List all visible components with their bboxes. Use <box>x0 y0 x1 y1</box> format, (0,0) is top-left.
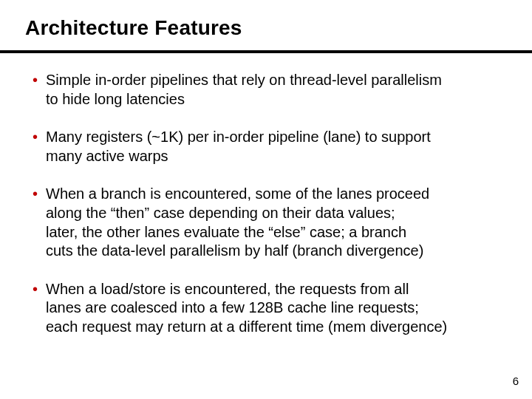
bullet-line: When a branch is encountered, some of th… <box>46 185 505 204</box>
bullet-line: When a load/store is encountered, the re… <box>46 280 505 299</box>
bullet-line: Simple in-order pipelines that rely on t… <box>46 71 505 90</box>
bullet-item: Simple in-order pipelines that rely on t… <box>33 71 505 109</box>
bullet-item: When a load/store is encountered, the re… <box>33 280 505 337</box>
bullet-line: each request may return at a different t… <box>46 318 505 337</box>
bullet-item: When a branch is encountered, some of th… <box>33 185 505 260</box>
page-number: 6 <box>513 375 519 387</box>
title-underline <box>0 50 532 53</box>
slide-title: Architecture Features <box>25 16 242 40</box>
slide: Architecture Features Simple in-order pi… <box>0 0 532 399</box>
bullet-line: lanes are coalesced into a few 128B cach… <box>46 299 505 318</box>
bullet-line: along the “then” case depending on their… <box>46 204 505 223</box>
bullet-line: to hide long latencies <box>46 90 505 109</box>
bullet-line: later, the other lanes evaluate the “els… <box>46 223 505 242</box>
bullet-line: many active warps <box>46 147 505 166</box>
bullet-line: cuts the data-level parallelism by half … <box>46 242 505 261</box>
bullet-item: Many registers (~1K) per in-order pipeli… <box>33 128 505 166</box>
slide-body: Simple in-order pipelines that rely on t… <box>33 71 505 356</box>
bullet-line: Many registers (~1K) per in-order pipeli… <box>46 128 505 147</box>
